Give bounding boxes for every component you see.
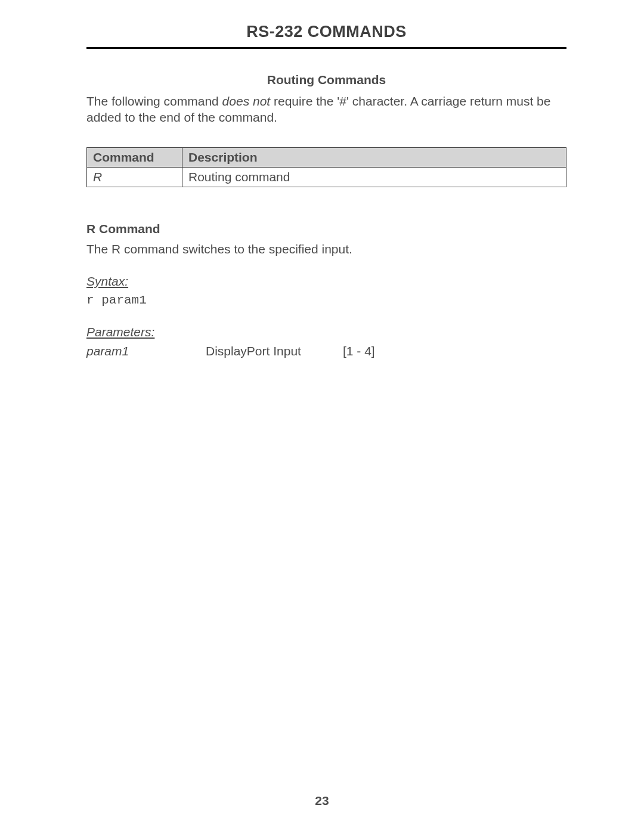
syntax-label: Syntax: <box>86 274 566 289</box>
table-row: R Routing command <box>87 167 566 187</box>
syntax-code: r param1 <box>86 293 566 307</box>
section-heading-routing: Routing Commands <box>86 73 566 87</box>
td-description: Routing command <box>182 167 566 187</box>
page-number: 23 <box>0 794 644 808</box>
table-header-row: Command Description <box>87 147 566 167</box>
intro-italic: does not <box>222 94 271 108</box>
param-row: param1 DisplayPort Input [1 - 4] <box>86 344 566 358</box>
param-name: param1 <box>86 344 206 358</box>
parameters-label: Parameters: <box>86 325 566 339</box>
intro-paragraph: The following command does not require t… <box>86 93 566 126</box>
th-command: Command <box>87 147 182 167</box>
r-command-description: The R command switches to the specified … <box>86 242 566 256</box>
intro-prefix: The following command <box>86 94 222 108</box>
r-command-heading: R Command <box>86 222 566 236</box>
param-range: [1 - 4] <box>343 344 375 358</box>
command-table: Command Description R Routing command <box>86 147 566 187</box>
page-header: RS-232 COMMANDS <box>86 23 566 49</box>
param-desc: DisplayPort Input <box>206 344 343 358</box>
td-command: R <box>87 167 182 187</box>
th-description: Description <box>182 147 566 167</box>
